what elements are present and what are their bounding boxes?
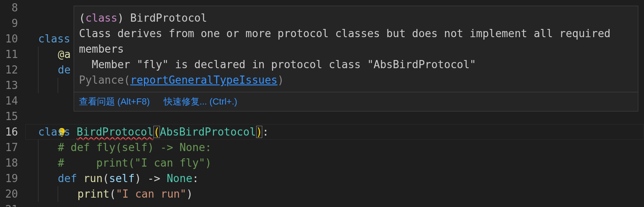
view-problem-action[interactable]: 查看问题 (Alt+F8) [79,96,150,107]
lightbulb-icon[interactable] [6,110,16,120]
hover-diagnostic-link[interactable]: reportGeneralTypeIssues [130,74,277,86]
code-line[interactable]: # def fly(self) -> None: [25,140,644,155]
hover-paren: ( [124,74,131,86]
paren-open: ( [110,188,116,200]
hover-content: (class) BirdProtocol Class derives from … [74,9,638,92]
keyword-class: class [38,126,70,138]
colon: : [192,172,199,185]
code-area[interactable]: (class) BirdProtocol Class derives from … [25,0,644,207]
return-type: None [167,172,192,185]
line-number-gutter: 8 9 10 11 12 13 14 15 16 17 18 19 20 21 [0,0,25,207]
hover-sig-paren: ) [117,12,130,24]
string-literal: "I can run" [116,188,186,200]
code-editor[interactable]: 8 9 10 11 12 13 14 15 16 17 18 19 20 21 … [0,0,644,207]
line-number: 8 [0,0,18,16]
code-line[interactable]: # print("I can fly") [25,155,644,171]
hover-message-line: Class derives from one or more protocol … [79,27,617,55]
function-name: run [83,172,103,185]
quick-fix-action[interactable]: 快速修复... (Ctrl+.) [164,96,237,107]
paren-close: ) [256,126,263,138]
paren-open: ( [103,172,109,185]
code-line[interactable]: print("I can run") [25,186,644,202]
line-number: 21 [0,202,18,207]
class-name-error: BirdProtocol [77,126,153,138]
line-number: 14 [0,93,18,109]
comment: # def fly(self) -> None: [58,141,212,154]
arrow: -> [141,172,167,185]
line-number: 9 [0,16,18,31]
colon: : [262,126,269,138]
param-self: self [109,172,135,185]
base-class: AbsBirdProtocol [160,126,256,138]
hover-sig-name: BirdProtocol [130,12,207,24]
function-call: print [77,188,109,200]
hover-message-line: Member "fly" is declared in protocol cla… [79,58,482,71]
line-number: 19 [0,171,18,186]
decorator: @a [58,48,70,60]
hover-tool-name: Pylance [79,74,124,86]
paren-open: ( [153,126,160,138]
code-line[interactable]: def run(self) -> None: [25,171,644,186]
code-line-active[interactable]: class BirdProtocol(AbsBirdProtocol): [25,124,644,140]
line-number: 12 [0,62,18,78]
line-number: 13 [0,78,18,93]
comment: # print("I can fly") [58,157,212,169]
keyword-class: class [38,33,70,45]
code-line[interactable] [25,202,644,207]
line-number: 10 [0,31,18,47]
line-number: 11 [0,47,18,62]
hover-sig-paren: ( [79,12,86,24]
keyword-def: def [58,172,77,185]
keyword-def-partial: de [58,64,70,76]
hover-sig-keyword: class [86,12,117,24]
hover-actions: 查看问题 (Alt+F8) 快速修复... (Ctrl+.) [74,92,638,111]
line-number: 18 [0,155,18,171]
hover-paren: ) [277,74,284,86]
hover-tooltip: (class) BirdProtocol Class derives from … [74,6,638,111]
paren-close: ) [186,188,193,200]
line-number: 20 [0,186,18,202]
paren-close: ) [135,172,141,185]
